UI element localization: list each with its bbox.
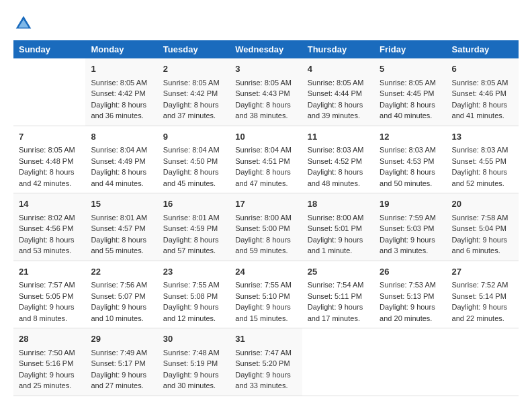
day-info: Sunset: 4:42 PM: [163, 88, 224, 99]
day-info: and 52 minutes.: [452, 178, 513, 189]
day-info: and 42 minutes.: [19, 178, 80, 189]
day-number: 26: [380, 265, 441, 279]
day-info: Sunrise: 7:52 AM: [452, 279, 513, 291]
logo-icon: [13, 13, 34, 34]
day-number: 24: [235, 265, 296, 279]
day-info: and 10 minutes.: [91, 313, 152, 324]
day-info: Daylight: 9 hours: [452, 302, 513, 313]
day-number: 7: [19, 130, 80, 144]
day-info: Sunrise: 8:02 AM: [19, 212, 80, 224]
day-info: and 36 minutes.: [91, 110, 152, 122]
day-info: Sunset: 5:13 PM: [380, 291, 441, 302]
calendar-cell: 14Sunrise: 8:02 AMSunset: 4:56 PMDayligh…: [13, 193, 85, 261]
day-info: Daylight: 9 hours: [19, 369, 80, 381]
weekday-header: Tuesday: [158, 40, 230, 58]
calendar-week-row: 14Sunrise: 8:02 AMSunset: 4:56 PMDayligh…: [13, 193, 519, 261]
day-info: Sunset: 5:19 PM: [163, 358, 224, 369]
day-info: and 17 minutes.: [308, 313, 369, 324]
day-info: Daylight: 8 hours: [19, 167, 80, 178]
calendar-cell: 23Sunrise: 7:55 AMSunset: 5:08 PMDayligh…: [158, 261, 230, 328]
day-info: Sunrise: 7:47 AM: [235, 347, 296, 359]
day-number: 19: [380, 197, 441, 211]
day-info: Sunrise: 8:00 AM: [308, 212, 369, 224]
day-number: 9: [163, 130, 224, 144]
calendar-cell: 3Sunrise: 8:05 AMSunset: 4:43 PMDaylight…: [230, 58, 302, 126]
day-info: Daylight: 9 hours: [163, 369, 224, 381]
day-info: and 33 minutes.: [235, 380, 296, 392]
day-info: Sunrise: 8:05 AM: [380, 77, 441, 89]
calendar-cell: 4Sunrise: 8:05 AMSunset: 4:44 PMDaylight…: [302, 58, 374, 126]
calendar-cell: 24Sunrise: 7:55 AMSunset: 5:10 PMDayligh…: [230, 261, 302, 328]
day-info: Sunset: 4:53 PM: [380, 156, 441, 167]
day-info: Daylight: 8 hours: [235, 234, 296, 246]
day-info: Daylight: 9 hours: [91, 302, 152, 313]
day-info: Daylight: 9 hours: [308, 234, 369, 246]
calendar-cell: 2Sunrise: 8:05 AMSunset: 4:42 PMDaylight…: [158, 58, 230, 126]
calendar-cell: 15Sunrise: 8:01 AMSunset: 4:57 PMDayligh…: [85, 193, 157, 261]
day-info: Sunset: 4:49 PM: [91, 156, 152, 167]
day-info: Sunrise: 7:55 AM: [163, 279, 224, 291]
day-info: Sunset: 4:59 PM: [163, 223, 224, 234]
calendar-cell: 1Sunrise: 8:05 AMSunset: 4:42 PMDaylight…: [85, 58, 157, 126]
day-number: 10: [235, 130, 296, 144]
calendar-table: SundayMondayTuesdayWednesdayThursdayFrid…: [13, 40, 519, 396]
calendar-cell: 31Sunrise: 7:47 AMSunset: 5:20 PMDayligh…: [230, 328, 302, 396]
day-info: Sunset: 5:07 PM: [91, 291, 152, 302]
day-info: Sunset: 4:46 PM: [452, 88, 513, 99]
day-info: Sunset: 4:42 PM: [91, 88, 152, 99]
calendar-cell: 26Sunrise: 7:53 AMSunset: 5:13 PMDayligh…: [374, 261, 446, 328]
day-info: Daylight: 8 hours: [235, 167, 296, 178]
day-info: Daylight: 9 hours: [163, 302, 224, 313]
day-info: and 6 minutes.: [452, 245, 513, 257]
day-number: 18: [308, 197, 369, 211]
day-number: 22: [91, 265, 152, 279]
day-info: Sunset: 5:10 PM: [235, 291, 296, 302]
calendar-cell: 6Sunrise: 8:05 AMSunset: 4:46 PMDaylight…: [447, 58, 519, 126]
calendar-cell: 29Sunrise: 7:49 AMSunset: 5:17 PMDayligh…: [85, 328, 157, 396]
day-info: and 12 minutes.: [163, 313, 224, 324]
day-number: 16: [163, 197, 224, 211]
calendar-cell: 11Sunrise: 8:03 AMSunset: 4:52 PMDayligh…: [302, 126, 374, 193]
day-info: and 53 minutes.: [19, 245, 80, 257]
day-info: and 59 minutes.: [235, 245, 296, 257]
day-info: Sunrise: 8:01 AM: [91, 212, 152, 224]
day-info: and 50 minutes.: [380, 178, 441, 189]
day-info: Daylight: 8 hours: [163, 167, 224, 178]
day-info: Daylight: 8 hours: [91, 167, 152, 178]
day-number: 29: [91, 332, 152, 346]
calendar-week-row: 1Sunrise: 8:05 AMSunset: 4:42 PMDaylight…: [13, 58, 519, 126]
day-info: Daylight: 9 hours: [452, 234, 513, 246]
day-info: Sunrise: 8:05 AM: [91, 77, 152, 89]
day-info: Daylight: 9 hours: [235, 369, 296, 381]
day-info: Sunrise: 7:48 AM: [163, 347, 224, 359]
day-info: Sunset: 4:56 PM: [19, 223, 80, 234]
calendar-cell: 16Sunrise: 8:01 AMSunset: 4:59 PMDayligh…: [158, 193, 230, 261]
day-number: 13: [452, 130, 513, 144]
day-info: Daylight: 9 hours: [380, 234, 441, 246]
calendar-cell: 9Sunrise: 8:04 AMSunset: 4:50 PMDaylight…: [158, 126, 230, 193]
calendar-cell: 25Sunrise: 7:54 AMSunset: 5:11 PMDayligh…: [302, 261, 374, 328]
day-number: 12: [380, 130, 441, 144]
day-number: 2: [163, 62, 224, 76]
day-info: Daylight: 9 hours: [308, 302, 369, 313]
calendar-cell: 18Sunrise: 8:00 AMSunset: 5:01 PMDayligh…: [302, 193, 374, 261]
day-number: 11: [308, 130, 369, 144]
calendar-cell: [374, 328, 446, 396]
weekday-header: Wednesday: [230, 40, 302, 58]
day-info: and 57 minutes.: [163, 245, 224, 257]
calendar-header: SundayMondayTuesdayWednesdayThursdayFrid…: [13, 40, 519, 58]
day-info: Daylight: 9 hours: [91, 369, 152, 381]
day-info: Daylight: 9 hours: [380, 302, 441, 313]
day-number: 27: [452, 265, 513, 279]
day-info: Sunrise: 8:04 AM: [163, 144, 224, 156]
day-info: and 47 minutes.: [235, 178, 296, 189]
day-number: 6: [452, 62, 513, 76]
day-info: Daylight: 8 hours: [452, 99, 513, 111]
weekday-header-row: SundayMondayTuesdayWednesdayThursdayFrid…: [13, 40, 519, 58]
day-info: and 15 minutes.: [235, 313, 296, 324]
calendar-cell: 13Sunrise: 8:03 AMSunset: 4:55 PMDayligh…: [447, 126, 519, 193]
day-info: Sunset: 5:16 PM: [19, 358, 80, 369]
day-number: 31: [235, 332, 296, 346]
day-info: Daylight: 8 hours: [380, 167, 441, 178]
day-info: Daylight: 8 hours: [19, 234, 80, 246]
